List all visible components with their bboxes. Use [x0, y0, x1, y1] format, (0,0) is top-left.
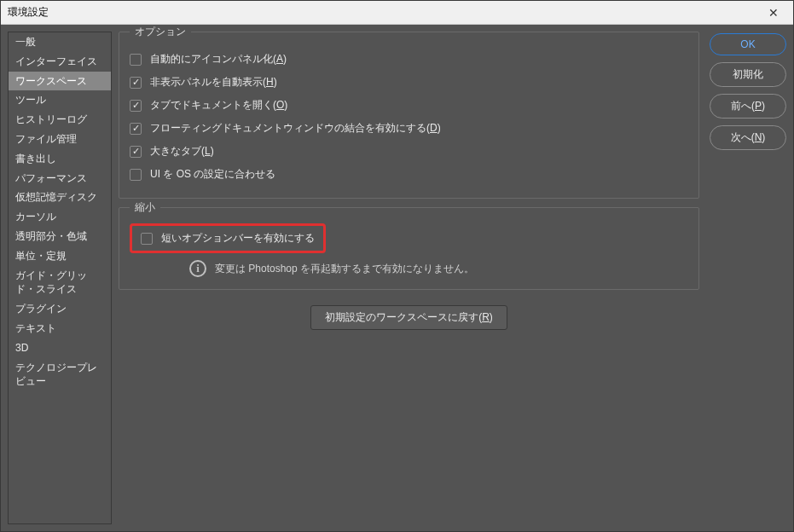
option-checkbox-0[interactable] — [130, 54, 142, 66]
short-option-bar-label: 短いオプションバーを有効にする — [161, 231, 315, 246]
shrink-legend: 縮小 — [130, 200, 160, 215]
preferences-window: 環境設定 ✕ 一般インターフェイスワークスペースツールヒストリーログファイル管理… — [0, 0, 794, 532]
next-button[interactable]: 次へ(N) — [710, 125, 786, 150]
sidebar-item-7[interactable]: パフォーマンス — [9, 169, 111, 188]
info-icon: i — [189, 260, 206, 277]
reset-row: 初期設定のワークスペースに戻す(R) — [119, 298, 699, 337]
sidebar-item-2[interactable]: ワークスペース — [9, 72, 111, 91]
sidebar-item-9[interactable]: カーソル — [9, 207, 111, 227]
short-option-bar-checkbox[interactable] — [141, 233, 153, 245]
sidebar-item-16[interactable]: テクノロジープレビュー — [9, 358, 111, 392]
sidebar-item-12[interactable]: ガイド・グリッド・スライス — [9, 266, 111, 300]
option-row-4[interactable]: 大きなタブ(L) — [130, 140, 688, 163]
sidebar-item-13[interactable]: プラグイン — [9, 299, 111, 319]
initialize-button[interactable]: 初期化 — [710, 62, 786, 87]
option-label-1: 非表示パネルを自動表示(H) — [150, 75, 277, 90]
option-checkbox-5[interactable] — [130, 169, 142, 181]
prev-button[interactable]: 前へ(P) — [710, 94, 786, 119]
sidebar-item-1[interactable]: インターフェイス — [9, 52, 111, 72]
options-group: オプション 自動的にアイコンパネル化(A)非表示パネルを自動表示(H)タブでドキ… — [119, 32, 699, 199]
button-column: OK 初期化 前へ(P) 次へ(N) — [710, 32, 786, 524]
option-label-4: 大きなタブ(L) — [150, 144, 214, 159]
option-row-0[interactable]: 自動的にアイコンパネル化(A) — [130, 48, 688, 71]
restart-info-text: 変更は Photoshop を再起動するまで有効になりません。 — [215, 262, 474, 276]
sidebar-item-14[interactable]: テキスト — [9, 319, 111, 338]
option-label-3: フローティングドキュメントウィンドウの結合を有効にする(D) — [150, 121, 441, 136]
close-icon[interactable]: ✕ — [761, 3, 786, 23]
option-checkbox-3[interactable] — [130, 123, 142, 135]
ok-button[interactable]: OK — [710, 33, 786, 55]
sidebar-item-6[interactable]: 書き出し — [9, 149, 111, 169]
reset-workspace-button[interactable]: 初期設定のワークスペースに戻す(R) — [310, 305, 507, 330]
sidebar-item-0[interactable]: 一般 — [9, 32, 111, 52]
option-row-3[interactable]: フローティングドキュメントウィンドウの結合を有効にする(D) — [130, 117, 688, 140]
sidebar-item-11[interactable]: 単位・定規 — [9, 246, 111, 266]
restart-info-row: i 変更は Photoshop を再起動するまで有効になりません。 — [130, 255, 688, 277]
sidebar-item-4[interactable]: ヒストリーログ — [9, 110, 111, 130]
option-row-5[interactable]: UI を OS の設定に合わせる — [130, 163, 688, 186]
option-checkbox-4[interactable] — [130, 146, 142, 158]
sidebar-item-5[interactable]: ファイル管理 — [9, 130, 111, 149]
option-checkbox-2[interactable] — [130, 100, 142, 112]
titlebar: 環境設定 ✕ — [1, 1, 793, 25]
highlight-box: 短いオプションバーを有効にする — [130, 223, 326, 253]
option-row-1[interactable]: 非表示パネルを自動表示(H) — [130, 71, 688, 94]
option-row-2[interactable]: タブでドキュメントを開く(O) — [130, 94, 688, 117]
dialog-body: 一般インターフェイスワークスペースツールヒストリーログファイル管理書き出しパフォ… — [1, 25, 793, 531]
sidebar-item-15[interactable]: 3D — [9, 338, 111, 358]
option-checkbox-1[interactable] — [130, 77, 142, 89]
options-legend: オプション — [130, 25, 191, 39]
short-option-bar-row[interactable]: 短いオプションバーを有効にする — [141, 231, 315, 246]
content-area: オプション 自動的にアイコンパネル化(A)非表示パネルを自動表示(H)タブでドキ… — [119, 32, 699, 524]
option-label-2: タブでドキュメントを開く(O) — [150, 98, 287, 113]
window-title: 環境設定 — [8, 5, 761, 20]
main-area: オプション 自動的にアイコンパネル化(A)非表示パネルを自動表示(H)タブでドキ… — [119, 32, 786, 524]
sidebar-item-8[interactable]: 仮想記憶ディスク — [9, 188, 111, 207]
category-sidebar: 一般インターフェイスワークスペースツールヒストリーログファイル管理書き出しパフォ… — [8, 32, 112, 524]
shrink-group: 縮小 短いオプションバーを有効にする i 変更は Photoshop を再起動す… — [119, 207, 699, 290]
option-label-5: UI を OS の設定に合わせる — [150, 167, 275, 182]
sidebar-item-3[interactable]: ツール — [9, 90, 111, 110]
option-label-0: 自動的にアイコンパネル化(A) — [150, 52, 287, 66]
sidebar-item-10[interactable]: 透明部分・色域 — [9, 227, 111, 246]
